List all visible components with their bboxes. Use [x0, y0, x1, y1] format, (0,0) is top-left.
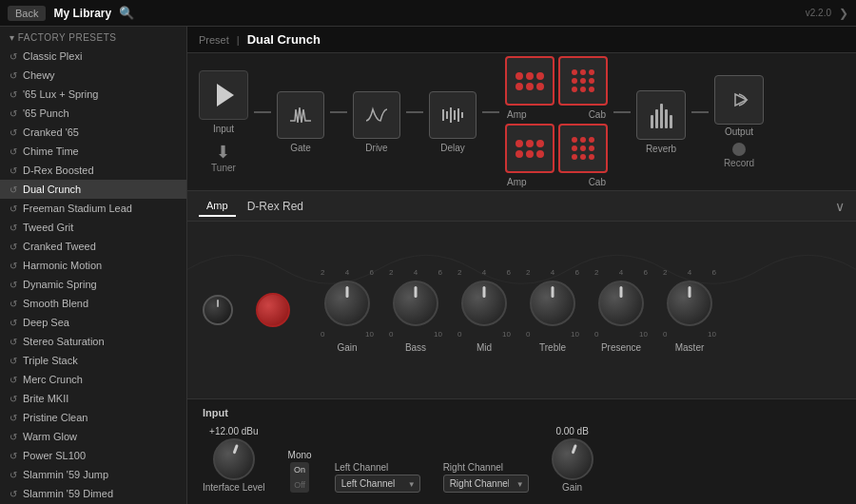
right-channel-group: Right Channel Right Channel Left Channel… — [443, 462, 529, 493]
sidebar-item-cranked--65[interactable]: ↺Cranked '65 — [0, 123, 186, 142]
amp-model-name: D-Rex Red — [247, 200, 303, 213]
sidebar-item-dynamic-spring[interactable]: ↺Dynamic Spring — [0, 275, 186, 294]
gate-block[interactable]: Gate — [277, 91, 324, 153]
gate-box[interactable] — [277, 91, 324, 139]
presence-knob[interactable] — [598, 281, 644, 326]
gain-knob[interactable] — [324, 281, 370, 326]
boost-knob-group — [256, 293, 290, 327]
amp1-cab1-labels: Amp Cab — [505, 109, 608, 120]
input-gain-label: Gain — [562, 482, 582, 493]
amp-tab[interactable]: Amp — [199, 196, 236, 217]
presence-knob-group: 246 010 Presence — [594, 268, 648, 353]
master-knob-label: Master — [675, 342, 705, 353]
amp1-box[interactable] — [505, 56, 554, 106]
sidebar-item-label: Slammin '59 Dimed — [23, 488, 113, 499]
search-button[interactable]: 🔍 — [119, 6, 134, 20]
sidebar-item-label: Brite MKII — [23, 393, 68, 404]
right-channel-select[interactable]: Right Channel Left Channel Stereo Mono — [443, 475, 529, 493]
sidebar-item-cranked-tweed[interactable]: ↺Cranked Tweed — [0, 237, 186, 256]
sidebar-item-label: '65 Punch — [23, 107, 69, 119]
sidebar-item-stereo-saturation[interactable]: ↺Stereo Saturation — [0, 332, 186, 351]
sidebar-item-brite-mkii[interactable]: ↺Brite MKII — [0, 389, 186, 408]
sidebar-item-label: Freeman Stadium Lead — [23, 203, 132, 214]
sidebar-item--65-lux---spring[interactable]: ↺'65 Lux + Spring — [0, 85, 186, 104]
sidebar-item-label: '65 Lux + Spring — [23, 88, 98, 100]
reverb-block[interactable]: Reverb — [636, 90, 686, 154]
sidebar-item-freeman-stadium-lead[interactable]: ↺Freeman Stadium Lead — [0, 199, 186, 218]
treble-knob-label: Treble — [539, 342, 566, 353]
sidebar-item-power-sl100[interactable]: ↺Power SL100 — [0, 446, 186, 465]
treble-knob[interactable] — [530, 281, 575, 326]
connector-1 — [254, 111, 271, 113]
sidebar-item-harmonic-motion[interactable]: ↺Harmonic Motion — [0, 256, 186, 275]
reverb-box[interactable] — [636, 90, 686, 140]
input-gain-knob[interactable] — [552, 438, 593, 480]
sidebar-item-chime-time[interactable]: ↺Chime Time — [0, 142, 186, 161]
sidebar-item-label: Cranked '65 — [23, 126, 79, 138]
amp-expand-icon[interactable]: ∨ — [835, 199, 845, 214]
left-channel-group: Left Channel Left Channel Right Channel … — [335, 462, 420, 493]
drive-box[interactable] — [353, 91, 400, 139]
connector-4 — [482, 111, 499, 113]
sidebar-item-warm-glow[interactable]: ↺Warm Glow — [0, 427, 186, 446]
amp2-box[interactable] — [505, 124, 554, 173]
mid-knob[interactable] — [461, 281, 507, 326]
sidebar-item-label: Merc Crunch — [23, 374, 83, 385]
preset-icon: ↺ — [10, 146, 17, 157]
cab2-box[interactable] — [558, 124, 608, 173]
sidebar-item--65-punch[interactable]: ↺'65 Punch — [0, 104, 186, 123]
sidebar-item-classic-plexi[interactable]: ↺Classic Plexi — [0, 47, 186, 66]
bass-knob-group: 246 010 Bass — [389, 268, 442, 353]
sidebar-item-d-rex-boosted[interactable]: ↺D-Rex Boosted — [0, 161, 186, 180]
mono-toggle[interactable]: On Off — [290, 462, 309, 493]
sidebar-item-chewy[interactable]: ↺Chewy — [0, 66, 186, 85]
sidebar-item-label: Chime Time — [23, 145, 79, 157]
preset-icon: ↺ — [10, 51, 17, 62]
sidebar-item-label: Triple Stack — [23, 355, 78, 366]
tuner-icon: ⬇ — [216, 142, 230, 163]
input-box[interactable] — [199, 70, 248, 120]
record-dot[interactable] — [732, 143, 746, 156]
amp-section: Amp D-Rex Red ∨ — [187, 191, 856, 398]
sidebar-item-label: Smooth Blend — [23, 298, 88, 309]
mono-label-top: Mono — [288, 450, 312, 460]
sidebar-item-dual-crunch[interactable]: ↺Dual Crunch — [0, 180, 186, 199]
sidebar-item-label: Power SL100 — [23, 450, 86, 461]
sidebar-item-slammin--59-jump[interactable]: ↺Slammin '59 Jump — [0, 465, 186, 484]
delay-block[interactable]: Delay — [429, 91, 477, 153]
input-block[interactable]: Input ⬇ Tuner — [199, 70, 248, 173]
cab1-box[interactable] — [558, 56, 608, 106]
preset-icon: ↺ — [10, 394, 17, 404]
impedance-knob[interactable] — [203, 295, 233, 325]
sidebar-item-deep-sea[interactable]: ↺Deep Sea — [0, 313, 186, 332]
sidebar-item-pristine-clean[interactable]: ↺Pristine Clean — [0, 408, 186, 427]
sidebar-item-merc-crunch[interactable]: ↺Merc Crunch — [0, 370, 186, 389]
delay-box[interactable] — [429, 91, 477, 139]
preset-icon: ↺ — [10, 223, 17, 233]
drive-block[interactable]: Drive — [353, 91, 400, 153]
left-channel-select[interactable]: Left Channel Right Channel Stereo Mono — [335, 475, 420, 493]
sidebar-item-triple-stack[interactable]: ↺Triple Stack — [0, 351, 186, 370]
preset-icon: ↺ — [10, 280, 17, 290]
content-area: Preset | Dual Crunch Input ⬇ Tuner — [187, 27, 856, 504]
master-knob[interactable] — [667, 281, 712, 326]
bass-knob[interactable] — [393, 281, 438, 326]
interface-level-knob[interactable] — [213, 438, 255, 480]
record-label: Record — [724, 158, 754, 168]
gain-scale-0: 0 — [321, 330, 324, 339]
amp1-dots — [516, 72, 544, 90]
record-area[interactable]: Record — [724, 143, 754, 168]
preset-icon: ↺ — [10, 489, 17, 499]
tuner-block[interactable]: ⬇ Tuner — [211, 142, 236, 173]
sidebar-item-slammin--59-dimed[interactable]: ↺Slammin '59 Dimed — [0, 484, 186, 503]
right-channel-select-wrapper: Right Channel Left Channel Stereo Mono — [443, 475, 529, 493]
sidebar-item-smooth-blend[interactable]: ↺Smooth Blend — [0, 294, 186, 313]
back-button[interactable]: Back — [8, 6, 46, 21]
sidebar-item-label: Stereo Saturation — [23, 336, 105, 347]
sidebar-item-tweed-grit[interactable]: ↺Tweed Grit — [0, 218, 186, 237]
amp2-label: Amp — [507, 177, 527, 187]
boost-knob[interactable] — [256, 293, 290, 327]
connector-5 — [613, 111, 631, 113]
output-box[interactable] — [714, 75, 764, 125]
mono-group: Mono On Off — [288, 450, 312, 493]
